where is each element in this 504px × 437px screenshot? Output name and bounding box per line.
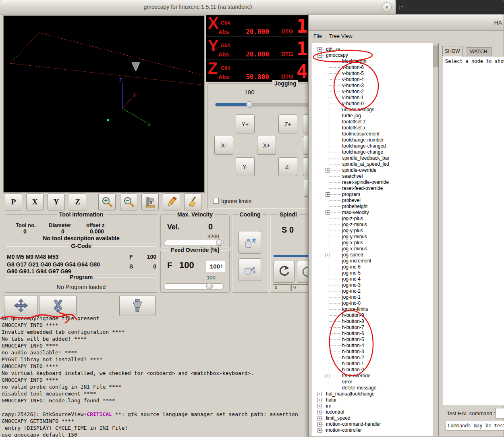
tree-item-h-button-2[interactable]: h-button-2	[311, 355, 433, 361]
spin-arrows-icon[interactable]: ▲▼	[220, 261, 224, 271]
tree-item-h-button-4[interactable]: h-button-4	[311, 343, 433, 349]
tree-item-h-button-3[interactable]: h-button-3	[311, 349, 433, 355]
tree-item-jog-inc-0[interactable]: jog-inc-0	[311, 300, 433, 306]
tree-item-jog-z-minus[interactable]: jog-z-minus	[311, 222, 433, 228]
tree-item-max-velocity[interactable]: +max-velocity	[311, 210, 433, 216]
tree-item-toolmeasurement[interactable]: toolmeasurement	[311, 131, 433, 137]
tree-item-v-button-0[interactable]: v-button-0	[311, 101, 433, 107]
tree-item-jog-x-plus[interactable]: jog-x-plus	[311, 240, 433, 246]
edit-gcode-button[interactable]	[163, 194, 180, 210]
tree-item-hal_manualtoolchange[interactable]: +hal_manualtoolchange	[311, 391, 433, 397]
expand-icon[interactable]: +	[317, 392, 322, 396]
tree-item-spindle_feedback_bar[interactable]: spindle_feedback_bar	[311, 155, 433, 161]
tree-item-h-button-0[interactable]: h-button-0	[311, 367, 433, 373]
tree-scrollbar[interactable]	[433, 43, 438, 436]
scrollbar-thumb[interactable]	[433, 46, 438, 67]
tree-item-jog-speed[interactable]: +jog-speed	[311, 252, 433, 258]
expand-icon[interactable]: +	[317, 404, 322, 408]
tree-item-motion-controller[interactable]: +motion-controller	[311, 427, 433, 433]
expand-icon[interactable]: +	[326, 253, 330, 257]
tree-item-ddt_zv[interactable]: +ddt_zv	[311, 46, 433, 52]
view-x-button[interactable]: X	[26, 194, 44, 210]
feed-override-handle[interactable]	[206, 283, 213, 289]
tree-item-h-button-7[interactable]: h-button-7	[311, 325, 433, 331]
tree-item-reset-feed-override[interactable]: reset-feed-override	[311, 185, 433, 191]
test-hal-command-input[interactable]	[495, 408, 504, 418]
menu-tree-view[interactable]: Tree View	[329, 33, 353, 39]
tree-item-feed-override[interactable]: +feed-override	[311, 373, 433, 379]
tree-item-v-button-2[interactable]: v-button-2	[311, 89, 433, 95]
jog-slider-handle[interactable]	[246, 101, 253, 108]
jog-z-plus-button[interactable]: Z+	[278, 114, 297, 133]
gremlin-preview[interactable]: Z X Y	[3, 15, 205, 193]
tree-item-jog-inc-3[interactable]: jog-inc-3	[311, 282, 433, 288]
tree-item-gmoccapy[interactable]: −gmoccapy	[311, 52, 433, 58]
tree-item-delete-message[interactable]: delete-message	[311, 385, 433, 391]
expand-icon[interactable]: +	[317, 47, 322, 52]
expand-icon[interactable]: +	[326, 192, 330, 197]
tree-item-probevel[interactable]: probevel	[311, 198, 433, 204]
tree-item-jog-inc-2[interactable]: jog-inc-2	[311, 288, 433, 294]
tree-item-v-button-1[interactable]: v-button-1	[311, 95, 433, 101]
gmoccapy-titlebar[interactable]: gmoccapy for linuxcnc 1.5.11 (на standcn…	[0, 0, 396, 15]
tree-item-h-button-6[interactable]: h-button-6	[311, 331, 433, 337]
tree-item-jog-x-minus[interactable]: jog-x-minus	[311, 246, 433, 252]
close-button[interactable]: ×	[382, 2, 392, 12]
tree-item-motion-command-handler[interactable]: +motion-command-handler	[311, 421, 433, 427]
menu-file[interactable]: File	[313, 33, 322, 39]
feed-override-slider[interactable]	[164, 283, 224, 289]
tree-item-jog-inc-1[interactable]: jog-inc-1	[311, 294, 433, 300]
view-y-button[interactable]: Y	[48, 194, 65, 210]
show-output[interactable]: Select a node to show	[443, 56, 504, 406]
tree-item-tooloffset-x[interactable]: tooloffset-x	[311, 125, 433, 131]
tree-item-probeheight[interactable]: probeheight	[311, 204, 433, 210]
tab-show[interactable]: SHOW	[442, 46, 463, 56]
tree-item-halui[interactable]: +halui	[311, 397, 433, 403]
expand-icon[interactable]: +	[317, 428, 322, 433]
tree-item-h-button-8[interactable]: h-button-8	[311, 318, 433, 325]
tree-item-toolchange-number[interactable]: toolchange-number	[311, 137, 433, 143]
tree-item-ini[interactable]: +ini	[311, 403, 433, 409]
tree-item-jog-increment[interactable]: jog-increment	[311, 258, 433, 264]
tree-item-turtle-jog[interactable]: turtle-jog	[311, 113, 433, 119]
jog-x-plus-button[interactable]: X+	[257, 136, 276, 155]
tree-item-jog-inc-4[interactable]: jog-inc-4	[311, 276, 433, 282]
jog-x-minus-button[interactable]: X-	[214, 136, 233, 155]
jog-y-plus-button[interactable]: Y+	[236, 114, 255, 133]
tree-item-jog-inc-5[interactable]: jog-inc-5	[311, 270, 433, 276]
tree-item-v-button-5[interactable]: v-button-5	[311, 71, 433, 77]
tree-item-v-button-6[interactable]: v-button-6	[311, 65, 433, 71]
expand-icon[interactable]: +	[317, 416, 322, 420]
feed-override-spinbox[interactable]: 100 ▲▼	[206, 260, 225, 272]
tree-item-v-button-3[interactable]: v-button-3	[311, 83, 433, 89]
tree-item-jog-z-plus[interactable]: jog-z-plus	[311, 216, 433, 222]
tree-item-spindle-override[interactable]: +spindle-override	[311, 167, 433, 173]
tool-measurement-button[interactable]	[141, 194, 159, 210]
tree-item-ignore-limits[interactable]: ignore-limits	[311, 306, 433, 312]
expand-icon[interactable]: +	[317, 422, 322, 427]
expand-icon[interactable]: +	[326, 168, 330, 173]
tree-item-error[interactable]: error	[311, 379, 433, 385]
tab-watch[interactable]: WATCH	[466, 47, 492, 56]
tree-item-h-button-1[interactable]: h-button-1	[311, 361, 433, 367]
mist-coolant-button[interactable]	[239, 231, 261, 254]
tree-item-jog-inc-6[interactable]: jog-inc-6	[311, 264, 433, 270]
tree-item-program[interactable]: +program	[311, 191, 433, 198]
tree-item-h-button-5[interactable]: h-button-5	[311, 337, 433, 343]
tree-item-searchvel[interactable]: searchvel	[311, 173, 433, 179]
tree-item-tooloffset-z[interactable]: tooloffset-z	[311, 119, 433, 125]
max-velocity-handle[interactable]	[216, 239, 222, 246]
tree-item-unlock-settings[interactable]: unlock-settings	[311, 107, 433, 113]
max-velocity-slider[interactable]	[164, 240, 224, 246]
spindle-ccw-button[interactable]	[274, 261, 295, 283]
tree-item-blockheight[interactable]: blockheight	[311, 58, 433, 65]
tree-item-spindle_at_speed_led[interactable]: spindle_at_speed_led	[311, 161, 433, 167]
expand-icon[interactable]: +	[317, 398, 322, 402]
ignore-limits-checkbox[interactable]	[213, 198, 219, 204]
view-z-button[interactable]: Z	[69, 194, 86, 210]
tree-item-limit_speed[interactable]: +limit_speed	[311, 415, 433, 421]
expand-icon[interactable]: +	[326, 374, 330, 378]
view-p-button[interactable]: P	[5, 194, 22, 210]
jog-y-minus-button[interactable]: Y-	[236, 157, 255, 176]
terminal-window[interactable]: :~	[395, 0, 504, 15]
